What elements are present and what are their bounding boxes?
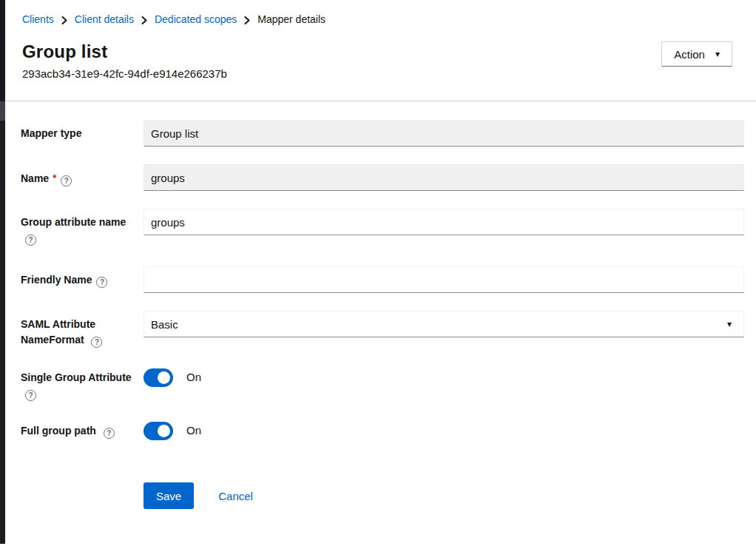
mapper-type-label-text: Mapper type: [21, 127, 81, 139]
breadcrumb-dedicated-scopes[interactable]: Dedicated scopes: [155, 12, 237, 27]
full-group-path-toggle[interactable]: [144, 422, 173, 440]
toggle-knob: [158, 425, 170, 437]
single-group-attribute-label: Single Group Attribute ?: [21, 368, 144, 401]
chevron-right-icon: [141, 16, 147, 24]
mapper-details-form: Mapper type Group list Name*? groups Gro…: [5, 101, 756, 509]
breadcrumb: Clients Client details Dedicated scopes …: [22, 12, 732, 27]
help-icon[interactable]: ?: [25, 390, 36, 401]
mapper-type-label: Mapper type: [21, 120, 144, 141]
caret-down-icon: ▾: [727, 320, 732, 329]
required-asterisk: *: [53, 172, 56, 183]
title-row: Group list 293acb34-31e9-42fc-94df-e914e…: [22, 40, 732, 80]
sidebar-sliver-masthead: [0, 0, 5, 101]
breadcrumb-clients[interactable]: Clients: [22, 12, 54, 27]
full-group-path-label: Full group path ?: [21, 422, 144, 439]
name-label: Name*?: [21, 164, 144, 186]
saml-attribute-nameformat-label-text: SAML Attribute NameFormat: [21, 318, 95, 346]
friendly-name-input[interactable]: [144, 266, 744, 293]
saml-attribute-nameformat-label: SAML Attribute NameFormat ?: [21, 311, 144, 348]
group-attribute-name-label-text: Group attribute name: [21, 216, 126, 228]
breadcrumb-mapper-details: Mapper details: [257, 12, 325, 27]
mapper-type-field: Group list: [144, 120, 744, 146]
help-icon[interactable]: ?: [25, 235, 36, 246]
help-icon[interactable]: ?: [61, 175, 72, 186]
saml-attribute-nameformat-select[interactable]: Basic ▾: [144, 311, 744, 337]
friendly-name-label-text: Friendly Name: [21, 274, 92, 286]
form-row-full-group-path: Full group path ? On: [21, 422, 744, 440]
friendly-name-label: Friendly Name?: [21, 266, 144, 288]
name-value: groups: [151, 172, 185, 184]
group-attribute-name-value: groups: [151, 216, 185, 229]
full-group-path-state: On: [186, 422, 201, 437]
action-dropdown-button[interactable]: Action ▾: [661, 41, 732, 67]
main-content: Clients Client details Dedicated scopes …: [5, 0, 756, 509]
single-group-attribute-toggle[interactable]: [144, 368, 173, 387]
help-icon[interactable]: ?: [91, 337, 102, 348]
sidebar-sliver-body: [0, 121, 5, 544]
form-actions: Save Cancel: [144, 482, 253, 509]
page-subtitle: 293acb34-31e9-42fc-94df-e914e266237b: [22, 67, 227, 80]
form-actions-spacer: [21, 482, 144, 488]
caret-down-icon: ▾: [715, 50, 720, 58]
form-row-mapper-type: Mapper type Group list: [21, 120, 744, 146]
saml-attribute-nameformat-value: Basic: [151, 318, 178, 331]
cancel-link[interactable]: Cancel: [218, 490, 253, 502]
help-icon[interactable]: ?: [96, 277, 107, 288]
full-group-path-label-text: Full group path: [21, 425, 96, 437]
page-header: Clients Client details Dedicated scopes …: [5, 0, 756, 101]
name-field: groups: [144, 164, 744, 191]
group-attribute-name-input[interactable]: groups: [144, 209, 744, 235]
action-dropdown-label: Action: [674, 48, 705, 61]
chevron-right-icon: [244, 16, 250, 24]
form-row-saml-attribute-nameformat: SAML Attribute NameFormat ? Basic ▾: [21, 311, 744, 348]
mapper-type-value: Group list: [151, 127, 198, 140]
form-row-friendly-name: Friendly Name?: [21, 266, 744, 293]
chevron-right-icon: [61, 16, 67, 24]
form-row-single-group-attribute: Single Group Attribute ? On: [21, 368, 744, 401]
sidebar-sliver: [0, 0, 5, 544]
sidebar-sliver-highlight: [0, 101, 5, 121]
breadcrumb-client-details[interactable]: Client details: [75, 12, 134, 27]
save-button[interactable]: Save: [144, 482, 194, 509]
form-actions-row: Save Cancel: [21, 482, 744, 509]
single-group-attribute-state: On: [186, 368, 201, 383]
single-group-attribute-label-text: Single Group Attribute: [21, 371, 132, 383]
form-row-name: Name*? groups: [21, 164, 744, 191]
form-row-group-attribute-name: Group attribute name ? groups: [21, 209, 744, 246]
title-block: Group list 293acb34-31e9-42fc-94df-e914e…: [22, 40, 227, 80]
toggle-knob: [158, 371, 170, 384]
group-attribute-name-label: Group attribute name ?: [21, 209, 144, 246]
help-icon[interactable]: ?: [104, 428, 115, 439]
name-label-text: Name: [21, 172, 49, 184]
page-title: Group list: [22, 40, 227, 63]
